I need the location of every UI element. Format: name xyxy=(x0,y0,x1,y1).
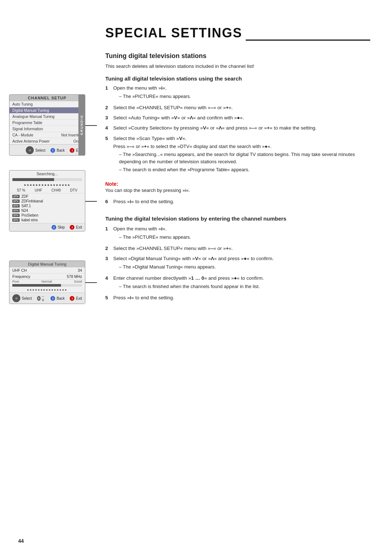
intro-text: This search deletes all television stati… xyxy=(105,63,370,69)
step-s2-5: 5 Press »i« to end the setting. xyxy=(105,294,370,301)
title-area: SPECIAL SETTINGS xyxy=(105,25,370,42)
back-label: Back xyxy=(57,148,65,152)
menu-row-signal-info: Signal Information xyxy=(9,126,85,132)
num-label: – 9 xyxy=(42,295,45,302)
grundig-text: GRUNDIG xyxy=(80,115,83,135)
searching-container: Searching... ●●●●●●●●●●●●●●●● 57 % UHF C… xyxy=(9,170,85,231)
skip-button-icon: 2 xyxy=(52,225,56,230)
channel-setup-container: CHANNEL SETUP Auto Tuning ▶ Digital Manu… xyxy=(9,94,85,156)
dtv-badge: DTV xyxy=(12,209,20,212)
dtv-row-kabel: DTV kabel eins xyxy=(9,218,85,222)
step-s2-4: 4 Enter channel number directlywith »1 …… xyxy=(105,275,370,291)
exit-label: Exit xyxy=(76,296,82,300)
dtv-badge: DTV xyxy=(12,200,20,203)
step-s2-1: 1 Open the menu with »i«. The »PICTURE« … xyxy=(105,225,370,242)
step-1: 1 Open the menu with »i«. The »PICTURE« … xyxy=(105,85,370,101)
right-column: SPECIAL SETTINGS Tuning digital televisi… xyxy=(94,15,392,539)
exit-control: 1 Exit xyxy=(70,225,82,230)
channel-setup-menu: CHANNEL SETUP Auto Tuning ▶ Digital Manu… xyxy=(9,94,85,156)
searching-menu: Searching... ●●●●●●●●●●●●●●●● 57 % UHF C… xyxy=(9,170,85,231)
dtv-row-prosieben: DTV ProSieben xyxy=(9,213,85,218)
dtv-row-n24: DTV N24 xyxy=(9,208,85,213)
menu-row-digital-manual: Digital Manual Tuning ▶ xyxy=(9,107,85,114)
subsection-1-heading: Tuning all digital television stations u… xyxy=(105,75,370,82)
back-button-icon: 2 xyxy=(50,296,55,301)
num-control: 0 – 9 xyxy=(37,295,45,302)
exit-control: 1 Exit xyxy=(70,296,82,301)
menu-row-auto-tuning: Auto Tuning ▶ xyxy=(9,101,85,107)
dtv-row-zdf: DTV ZDF xyxy=(9,194,85,199)
back-control: 2 Back xyxy=(50,296,65,301)
note-text: You can stop the search by pressing »i«. xyxy=(105,188,370,193)
dmt-row-frequency: Frequency 578 MHz xyxy=(9,274,85,280)
steps-list-2: 1 Open the menu with »i«. The »PICTURE« … xyxy=(105,225,370,301)
step-5: 5 Select the »Scan Type« with »V«. Press… xyxy=(105,135,370,175)
exit-button-icon: 1 xyxy=(70,148,74,153)
connector-line xyxy=(85,201,97,202)
quality-dots: ●●●●●●●●●●●●●●● xyxy=(9,287,85,292)
searching-footer: 2 Skip 1 Exit xyxy=(9,223,85,231)
menu-row-programme-table: Programme Table ▶ xyxy=(9,120,85,126)
progress-fill xyxy=(12,178,54,181)
step-s2-3: 3 Select »Digital Manual Tuning« with »V… xyxy=(105,255,370,272)
skip-label: Skip xyxy=(58,225,65,229)
exit-label: Exit xyxy=(76,225,82,229)
select-icon: ⊙ xyxy=(26,146,34,154)
channel-setup-title: CHANNEL SETUP xyxy=(9,95,85,101)
back-label: Back xyxy=(57,296,65,300)
select-label: Select xyxy=(35,148,45,152)
searching-title: Searching... xyxy=(9,171,85,177)
step-4: 4 Select »Country Selection« by pressing… xyxy=(105,124,370,132)
section-1-heading: Tuning digital television stations xyxy=(105,52,370,60)
channel-setup-rows: Auto Tuning ▶ Digital Manual Tuning ▶ An… xyxy=(9,101,85,144)
step-3: 3 Select »Auto Tuning« with »V« or »Λ« a… xyxy=(105,114,370,122)
select-icon: ⊙ xyxy=(12,294,20,302)
note-label: Note: xyxy=(105,181,118,187)
dtv-badge: DTV xyxy=(12,204,20,208)
back-button-icon: 2 xyxy=(50,148,55,153)
dtv-badge: DTV xyxy=(12,218,20,222)
page-number: 44 xyxy=(18,538,24,544)
exit-button-icon: 1 xyxy=(70,296,74,301)
dtv-badge: DTV xyxy=(12,214,20,217)
channel-setup-footer: ⊙ Select 2 Back 1 Exit xyxy=(9,144,85,155)
select-control: ⊙ Select xyxy=(26,146,45,154)
left-column: CHANNEL SETUP Auto Tuning ▶ Digital Manu… xyxy=(0,15,94,539)
step-6: 6 Press »i« to end the setting. xyxy=(105,198,370,205)
steps-list-1: 1 Open the menu with »i«. The »PICTURE« … xyxy=(105,85,370,175)
menu-row-antenna-power: Active Antenna Power On ▶ xyxy=(9,138,85,144)
menu-row-analogue-manual: Analogue Manual Tuning ▶ xyxy=(9,114,85,120)
quality-fill xyxy=(12,284,61,287)
select-label: Select xyxy=(22,296,32,300)
step-s2-2: 2 Select the »CHANNEL SETUP« menu with »… xyxy=(105,245,370,252)
menu-row-ca-module: CA - Module Not Inserted xyxy=(9,132,85,138)
dmt-footer: ⊙ Select 0 – 9 2 Back 1 Exit xyxy=(9,292,85,304)
dmt-title: Digital Manual Tuning xyxy=(9,261,85,267)
dmt-container: Digital Manual Tuning UHF CH 34 Frequenc… xyxy=(9,260,85,304)
progress-bar xyxy=(12,178,82,181)
quality-labels: Poor Normal Good xyxy=(9,280,85,283)
dtv-badge: DTV xyxy=(12,195,20,198)
steps-list-1b: 6 Press »i« to end the setting. xyxy=(105,198,370,205)
dmt-row-uhf: UHF CH 34 xyxy=(9,267,85,274)
dtv-row-zdfinfokanal: DTV ZDFinfokanal xyxy=(9,199,85,204)
grundig-brand: GRUNDIG xyxy=(78,95,85,155)
exit-button-icon: 1 xyxy=(70,225,74,230)
subsection-2-heading: Tuning the digital television stations b… xyxy=(105,216,370,222)
dmt-menu: Digital Manual Tuning UHF CH 34 Frequenc… xyxy=(9,260,85,304)
num-icon: 0 xyxy=(37,296,41,301)
page-title: SPECIAL SETTINGS xyxy=(105,25,242,42)
connector-line xyxy=(85,125,97,126)
step-2: 2 Select the »CHANNEL SETUP« menu with »… xyxy=(105,104,370,111)
title-underline xyxy=(246,40,370,41)
dtv-channel-list: DTV ZDF DTV ZDFinfokanal DTV SAT.1 DTV N… xyxy=(9,193,85,223)
quality-progress xyxy=(12,284,82,287)
searching-info: 57 % UHF CH49 DTV xyxy=(9,188,85,193)
connector-line xyxy=(85,282,97,283)
skip-control: 2 Skip xyxy=(52,225,65,230)
searching-dots: ●●●●●●●●●●●●●●●● xyxy=(9,182,85,188)
select-control: ⊙ Select xyxy=(12,294,32,302)
dtv-row-sat1: DTV SAT.1 xyxy=(9,204,85,208)
note-box: Note: You can stop the search by pressin… xyxy=(105,181,370,193)
back-control: 2 Back xyxy=(50,148,65,153)
